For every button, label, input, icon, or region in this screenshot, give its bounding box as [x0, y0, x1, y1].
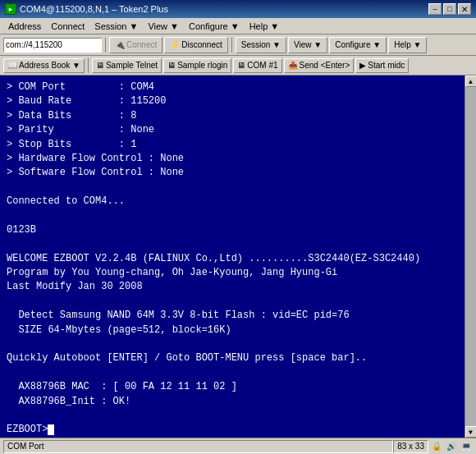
rlogin-icon: 🖥 [167, 61, 176, 70]
menu-connect[interactable]: Connect [46, 20, 89, 33]
toolbar: 🔌 Connect ⚡ Disconnect Session ▼ View ▼ … [0, 34, 476, 56]
view-button[interactable]: View ▼ [288, 37, 327, 53]
menu-session[interactable]: Session ▼ [89, 20, 143, 33]
scroll-down-button[interactable]: ▼ [465, 426, 477, 438]
status-right: 83 x 33 🔒 🔊 💻 [393, 440, 473, 453]
menu-address[interactable]: Address [3, 20, 46, 33]
window-title: COM4@115200,8,N,1 – Token2 Plus [20, 4, 428, 14]
send-enter-icon: 📤 [288, 61, 298, 70]
menu-view[interactable]: View ▼ [143, 20, 184, 33]
address-book-icon: 📖 [7, 61, 17, 70]
close-button[interactable]: ✕ [458, 3, 471, 15]
scroll-track[interactable] [465, 87, 476, 426]
address-input[interactable] [3, 38, 102, 53]
scroll-up-button[interactable]: ▲ [465, 76, 477, 87]
shortcut-start-midc[interactable]: ▶ Start midc [355, 58, 409, 73]
title-bar: ► COM4@115200,8,N,1 – Token2 Plus – □ ✕ [0, 0, 476, 18]
connect-icon: 🔌 [115, 40, 125, 49]
terminal-container: > COM Port : COM4 > Baud Rate : 115200 >… [0, 76, 476, 438]
app-icon: ► [5, 3, 16, 15]
shortcut-address-book[interactable]: 📖 Address Book ▼ [3, 58, 85, 73]
status-bar: COM Port 83 x 33 🔒 🔊 💻 [0, 438, 476, 454]
sc-sep-1 [88, 58, 89, 73]
shortcut-sample-telnet[interactable]: 🖥 Sample Telnet [92, 58, 162, 73]
start-midc-icon: ▶ [359, 61, 366, 70]
menu-bar: Address Connect Session ▼ View ▼ Configu… [0, 18, 476, 34]
minimize-button[interactable]: – [428, 3, 442, 15]
status-left: COM Port [3, 440, 393, 453]
session-button[interactable]: Session ▼ [236, 37, 286, 53]
vertical-scrollbar[interactable]: ▲ ▼ [465, 76, 476, 438]
configure-button[interactable]: Configure ▼ [329, 37, 387, 53]
maximize-button[interactable]: □ [443, 3, 456, 15]
position-label: 83 x 33 [397, 442, 424, 451]
shortcut-sample-rlogin[interactable]: 🖥 Sample rlogin [163, 58, 231, 73]
disconnect-icon: ⚡ [170, 40, 180, 49]
terminal[interactable]: > COM Port : COM4 > Baud Rate : 115200 >… [0, 76, 465, 438]
menu-configure[interactable]: Configure ▼ [184, 20, 245, 33]
shortcut-com1[interactable]: 🖥 COM #1 [233, 58, 281, 73]
connect-button[interactable]: 🔌 Connect [109, 37, 162, 53]
window-controls: – □ ✕ [428, 3, 471, 15]
com-port-label: COM Port [7, 442, 43, 451]
toolbar-separator-1 [105, 38, 106, 53]
telnet-icon: 🖥 [96, 61, 104, 70]
help-button[interactable]: Help ▼ [388, 37, 427, 53]
menu-help[interactable]: Help ▼ [245, 20, 285, 33]
position-status: 83 x 33 [393, 440, 428, 453]
com1-icon: 🖥 [237, 61, 245, 70]
computer-icon: 💻 [460, 440, 473, 453]
shortcuts-bar: 📖 Address Book ▼ 🖥 Sample Telnet 🖥 Sampl… [0, 56, 476, 76]
shortcut-send-enter[interactable]: 📤 Send <Enter> [284, 58, 355, 73]
sound-icon: 🔊 [445, 440, 458, 453]
lock-icon: 🔒 [430, 440, 443, 453]
com-port-status: COM Port [3, 440, 393, 453]
toolbar-separator-2 [231, 38, 232, 53]
disconnect-button[interactable]: ⚡ Disconnect [164, 37, 227, 53]
